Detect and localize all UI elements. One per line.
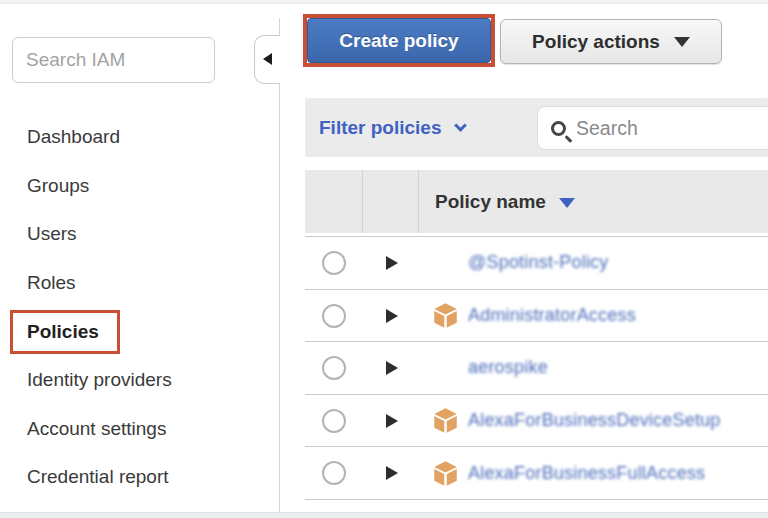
policy-table-header: Policy name <box>305 170 768 233</box>
policy-name-cell: @Spotinst-Policy <box>432 237 609 289</box>
policies-main-panel: Create policy Policy actions Filter poli… <box>280 0 768 518</box>
search-icon <box>551 121 566 136</box>
filter-policies-dropdown[interactable]: Filter policies <box>319 117 465 139</box>
sidebar-item-label: Account settings <box>27 418 166 440</box>
sidebar-collapse-tab[interactable] <box>254 35 281 84</box>
aws-managed-policy-icon <box>432 460 459 487</box>
sidebar-item-users[interactable]: Users <box>0 210 278 259</box>
aws-managed-policy-icon <box>432 302 459 329</box>
sidebar-item-label: Credential report <box>27 466 169 488</box>
select-policy-radio[interactable] <box>322 304 346 328</box>
create-policy-button[interactable]: Create policy <box>307 18 491 63</box>
select-policy-radio[interactable] <box>322 356 346 380</box>
aws-managed-policy-icon <box>432 354 459 381</box>
policy-name-header-label: Policy name <box>435 191 546 213</box>
expand-row-caret-icon[interactable] <box>386 414 398 428</box>
policy-table-row: AdministratorAccess <box>305 290 768 343</box>
sidebar-item-account-settings[interactable]: Account settings <box>0 405 278 454</box>
select-policy-radio[interactable] <box>322 251 346 275</box>
sidebar-nav: Dashboard Groups Users Roles Policies Id… <box>0 113 278 502</box>
policy-table-row: aerospike <box>305 342 768 395</box>
search-iam-input[interactable] <box>12 37 215 83</box>
policy-name-link[interactable]: AlexaForBusinessDeviceSetup <box>468 410 721 431</box>
policy-name-column-header[interactable]: Policy name <box>435 170 575 233</box>
expand-row-caret-icon[interactable] <box>386 309 398 323</box>
expand-row-caret-icon[interactable] <box>386 256 398 270</box>
policy-name-cell: AlexaForBusinessFullAccess <box>432 447 705 499</box>
expand-row-caret-icon[interactable] <box>386 466 398 480</box>
chevron-down-icon <box>455 119 468 132</box>
policy-name-link[interactable]: @Spotinst-Policy <box>468 252 609 273</box>
policy-name-link[interactable]: AlexaForBusinessFullAccess <box>468 463 705 484</box>
expand-row-caret-icon[interactable] <box>386 361 398 375</box>
policy-actions-button[interactable]: Policy actions <box>500 19 722 64</box>
sidebar-item-groups[interactable]: Groups <box>0 162 278 211</box>
sidebar-item-label: Roles <box>27 272 76 294</box>
policy-table-row: AlexaForBusinessFullAccess <box>305 447 768 500</box>
sidebar-item-identity-providers[interactable]: Identity providers <box>0 356 278 405</box>
policy-table-body: @Spotinst-Policy AdministratorAccess <box>305 236 768 500</box>
policy-actions-label: Policy actions <box>532 31 660 53</box>
window-bottom-edge <box>0 512 768 518</box>
sidebar-item-dashboard[interactable]: Dashboard <box>0 113 278 162</box>
policy-search-input[interactable] <box>576 117 768 140</box>
policy-name-cell: aerospike <box>432 342 548 394</box>
sort-desc-icon <box>559 198 575 208</box>
sidebar-item-roles[interactable]: Roles <box>0 259 278 308</box>
policy-name-link[interactable]: aerospike <box>468 357 548 378</box>
policy-name-link[interactable]: AdministratorAccess <box>468 305 636 326</box>
sidebar-item-label: Groups <box>27 175 89 197</box>
filter-policies-label: Filter policies <box>319 117 441 139</box>
create-policy-highlight-box: Create policy <box>303 14 495 67</box>
sidebar-item-credential-report[interactable]: Credential report <box>0 453 278 502</box>
sidebar-item-label: Dashboard <box>27 126 120 148</box>
aws-managed-policy-icon <box>432 249 459 276</box>
filter-bar: Filter policies <box>305 98 768 157</box>
sidebar-item-policies[interactable]: Policies <box>0 307 278 356</box>
policy-name-cell: AdministratorAccess <box>432 290 636 342</box>
aws-managed-policy-icon <box>432 407 459 434</box>
policy-search-box <box>537 106 768 150</box>
sidebar-item-label: Policies <box>10 310 120 354</box>
column-separator <box>418 170 419 233</box>
policy-table-row: AlexaForBusinessDeviceSetup <box>305 395 768 448</box>
select-policy-radio[interactable] <box>322 461 346 485</box>
chevron-left-icon <box>263 53 272 65</box>
sidebar-item-label: Identity providers <box>27 369 172 391</box>
caret-down-icon <box>674 37 690 47</box>
iam-console-screen: Dashboard Groups Users Roles Policies Id… <box>0 0 768 518</box>
sidebar-item-label: Users <box>27 223 77 245</box>
column-separator <box>362 170 363 233</box>
select-policy-radio[interactable] <box>322 409 346 433</box>
policy-table-row: @Spotinst-Policy <box>305 237 768 290</box>
policy-name-cell: AlexaForBusinessDeviceSetup <box>432 395 721 447</box>
